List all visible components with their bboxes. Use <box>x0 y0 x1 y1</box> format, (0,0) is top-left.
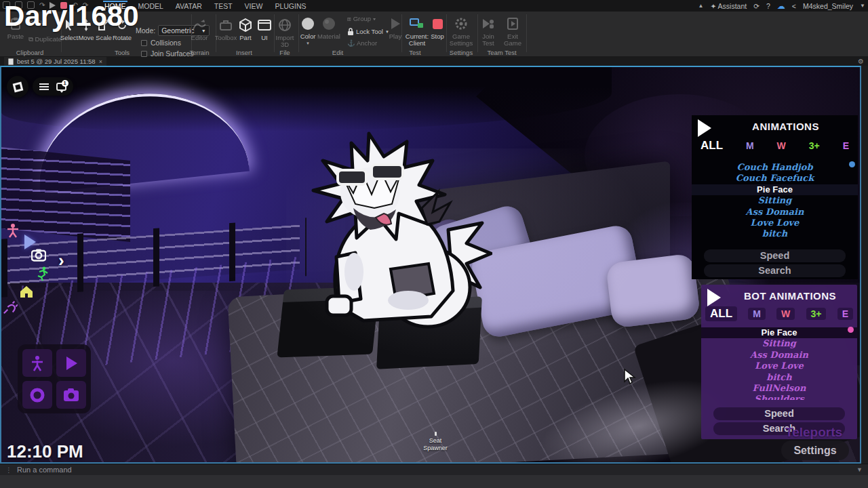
animations-tab-e[interactable]: E <box>838 140 854 152</box>
clipboard-group-label: Clipboard <box>9 49 50 56</box>
bot-tab-e[interactable]: E <box>837 308 853 320</box>
collisions-checkbox[interactable]: Collisions <box>141 39 181 47</box>
list-item[interactable]: Ass Domain <box>701 350 857 361</box>
camera-icon[interactable] <box>31 247 46 262</box>
command-bar-grip[interactable]: ⋮ <box>5 466 12 474</box>
import-3d-button[interactable]: Import 3D <box>271 17 298 48</box>
seat-spawner-label[interactable]: SeatSpawner <box>408 432 462 452</box>
list-item[interactable]: bitch <box>701 372 857 383</box>
3d-scene[interactable]: 1 › <box>1 67 860 462</box>
bot-tab-m[interactable]: M <box>748 308 766 320</box>
plug-icon[interactable] <box>3 300 18 315</box>
animations-search-button[interactable]: Search <box>704 264 846 277</box>
run-icon[interactable] <box>35 266 50 281</box>
document-tab-bar: best 5 @ 29 Jul 2025 11:58 × ⚙ <box>0 57 868 66</box>
tab-model[interactable]: MODEL <box>137 1 165 12</box>
grid-emote-button[interactable] <box>22 349 52 377</box>
list-item[interactable]: Couch Handjob <box>692 162 858 173</box>
home-icon[interactable] <box>19 284 34 299</box>
command-bar[interactable]: ⋮ Run a command ▼ <box>0 464 868 475</box>
list-item[interactable]: Love Love <box>692 218 858 228</box>
animations-panel: ANIMATIONS ALL M W 3+ E ▂▂▂▂ Couch Handj… <box>692 115 858 279</box>
clock-text: 12:10 PM <box>7 441 83 462</box>
document-icon <box>8 58 14 65</box>
user-name[interactable]: M4sked_Smiley <box>803 2 853 10</box>
close-tab-icon[interactable]: × <box>99 58 102 65</box>
list-item[interactable]: Sitting <box>701 338 857 349</box>
tab-plugins[interactable]: PLUGINS <box>273 1 307 12</box>
expand-chevron-icon[interactable]: › <box>58 250 64 271</box>
bot-speed-button[interactable]: Speed <box>713 407 845 420</box>
animations-scroll-dot[interactable] <box>849 161 855 167</box>
emote-icon[interactable] <box>5 223 20 238</box>
command-input-placeholder[interactable]: Run a command <box>17 466 72 474</box>
terrain-editor-button[interactable]: Editor <box>187 17 212 41</box>
animations-speed-button[interactable]: Speed <box>704 249 846 262</box>
animations-list: ▂▂▂▂ Couch Handjob Couch Facefuck Pie Fa… <box>692 157 858 240</box>
list-item[interactable]: Couch Facefuck <box>692 173 858 184</box>
test-group-label: Test <box>395 49 435 56</box>
document-tab-title: best 5 @ 29 Jul 2025 11:58 <box>17 58 96 65</box>
list-item-clipped[interactable]: ▂▂▂▂ <box>701 323 857 327</box>
lock-tool-button[interactable]: Lock Tool ▼ <box>347 28 391 36</box>
part-button[interactable]: Part <box>235 17 256 41</box>
share-icon[interactable]: < <box>792 2 796 10</box>
tab-avatar[interactable]: AVATAR <box>174 1 203 12</box>
grid-play-button[interactable] <box>56 349 86 377</box>
settings-button[interactable]: Settings <box>781 441 849 460</box>
list-item[interactable]: Sitting <box>692 195 858 206</box>
document-tab[interactable]: best 5 @ 29 Jul 2025 11:58 × <box>4 57 106 66</box>
bot-scroll-dot[interactable] <box>848 327 854 333</box>
tools-group-label: Tools <box>102 49 142 56</box>
animations-title: ANIMATIONS <box>719 121 852 132</box>
command-bar-dropdown-icon[interactable]: ▼ <box>856 466 863 473</box>
roblox-logo-icon <box>12 81 23 92</box>
avatar-character[interactable] <box>289 128 492 345</box>
hamburger-menu-icon[interactable] <box>39 83 49 90</box>
teleports-label[interactable]: Teleports <box>785 425 842 440</box>
list-item-clipped-bottom[interactable]: Shoulders <box>701 394 857 400</box>
animations-tab-m[interactable]: M <box>741 140 759 152</box>
game-settings-button[interactable]: Game Settings <box>446 16 476 47</box>
bot-animations-tabs: ALL M W 3+ E <box>705 306 853 321</box>
animations-play-icon[interactable] <box>698 119 711 137</box>
list-item[interactable]: FullNelson <box>701 383 857 394</box>
grid-settings-button[interactable] <box>22 381 52 409</box>
list-item-clipped[interactable]: ▂▂▂▂ <box>692 157 858 162</box>
assistant-button[interactable]: ✦ Assistant <box>710 2 747 10</box>
sync-icon[interactable]: ⟳ <box>753 2 760 10</box>
bottom-strip <box>0 475 868 488</box>
user-dropdown-icon[interactable]: ▼ <box>860 3 865 9</box>
list-item[interactable]: bitch <box>692 228 858 239</box>
help-icon[interactable]: ? <box>766 2 770 10</box>
animations-tab-all[interactable]: ALL <box>696 138 728 153</box>
stop-button[interactable]: Stop <box>427 16 448 40</box>
tab-test[interactable]: TEST <box>213 1 234 12</box>
animations-tab-w[interactable]: W <box>772 140 791 152</box>
hud-pill[interactable]: 1 <box>33 77 73 96</box>
collapse-ribbon-icon[interactable]: ▲ <box>698 3 703 9</box>
join-test-button[interactable]: Join Test <box>476 16 500 47</box>
tabbar-gear-icon[interactable]: ⚙ <box>858 58 864 65</box>
group-button[interactable]: ⧈ Group ▾ <box>347 16 388 22</box>
list-item-selected[interactable]: Pie Face <box>692 184 858 195</box>
animations-tab-3plus[interactable]: 3+ <box>804 140 825 152</box>
animations-tabs: ALL M W 3+ E <box>696 138 854 153</box>
material-button[interactable]: Material <box>316 16 342 40</box>
list-item[interactable]: Ass Domain <box>692 207 858 218</box>
chat-icon[interactable]: 1 <box>56 83 66 91</box>
list-item-selected[interactable]: Pie Face <box>701 327 857 338</box>
anchor-button[interactable]: ⚓ Anchor <box>347 40 388 47</box>
game-viewport[interactable]: 1 › <box>0 66 861 464</box>
bot-tab-all[interactable]: ALL <box>705 306 737 321</box>
insert-group-label: Insert <box>224 49 264 56</box>
exit-game-button[interactable]: Exit Game <box>500 16 525 47</box>
bot-animations-play-icon[interactable] <box>707 289 721 306</box>
roblox-menu-button[interactable] <box>7 76 28 98</box>
tab-view[interactable]: VIEW <box>243 1 264 12</box>
list-item[interactable]: Love Love <box>701 361 857 371</box>
cloud-icon[interactable]: ☁ <box>777 1 785 11</box>
bot-tab-3plus[interactable]: 3+ <box>806 308 827 320</box>
grid-camera-button[interactable] <box>56 381 86 409</box>
bot-tab-w[interactable]: W <box>776 308 795 320</box>
